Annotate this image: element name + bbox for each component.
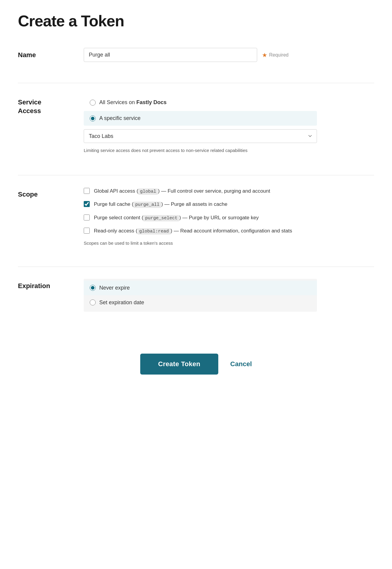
page-title: Create a Token bbox=[18, 12, 374, 30]
required-star-icon: ★ bbox=[262, 51, 267, 59]
divider-1 bbox=[18, 83, 374, 83]
never-expire-label[interactable]: Never expire bbox=[99, 285, 130, 291]
scope-purge-select-label[interactable]: Purge select content (purge_select) — Pu… bbox=[94, 214, 259, 222]
scope-global-label[interactable]: Global API access (global) — Full contro… bbox=[94, 187, 270, 195]
expiration-options: Never expire Set expiration date bbox=[84, 279, 317, 312]
all-services-option[interactable]: All Services on Fastly Docs bbox=[84, 95, 317, 110]
scope-purge-all-label[interactable]: Purge full cache (purge_all) — Purge all… bbox=[94, 200, 227, 209]
scope-purge-all-code: purge_all bbox=[133, 202, 161, 208]
all-services-radio[interactable] bbox=[90, 100, 96, 106]
scope-global-read-label[interactable]: Read-only access (global:read) — Read ac… bbox=[94, 227, 292, 235]
scope-global-code: global bbox=[138, 188, 158, 195]
account-name: Fastly Docs bbox=[136, 99, 167, 105]
expiration-label: Expiration bbox=[18, 279, 84, 290]
scope-purge-select-checkbox[interactable] bbox=[84, 214, 90, 220]
cancel-button[interactable]: Cancel bbox=[230, 360, 252, 368]
scope-global-checkbox[interactable] bbox=[84, 188, 90, 194]
scope-global-read-code: global:read bbox=[138, 228, 171, 235]
never-expire-radio[interactable] bbox=[90, 285, 96, 291]
set-expiration-option[interactable]: Set expiration date bbox=[84, 295, 317, 310]
required-text: Required bbox=[269, 52, 289, 58]
all-services-label[interactable]: All Services on Fastly Docs bbox=[99, 99, 167, 106]
set-expiration-radio[interactable] bbox=[90, 299, 96, 305]
create-token-button[interactable]: Create Token bbox=[140, 354, 218, 375]
scope-section: Scope Global API access (global) — Full … bbox=[18, 187, 374, 252]
scope-global-read-option[interactable]: Read-only access (global:read) — Read ac… bbox=[84, 227, 317, 235]
scope-purge-all-option[interactable]: Purge full cache (purge_all) — Purge all… bbox=[84, 200, 317, 209]
service-access-hint: Limiting service access does not prevent… bbox=[84, 147, 317, 154]
required-label: ★ Required bbox=[262, 51, 289, 59]
form-footer: Create Token Cancel bbox=[18, 342, 374, 375]
divider-2 bbox=[18, 175, 374, 175]
service-access-content: All Services on Fastly Docs A specific s… bbox=[84, 95, 317, 154]
scope-purge-all-checkbox[interactable] bbox=[84, 201, 90, 207]
set-expiration-label[interactable]: Set expiration date bbox=[99, 299, 144, 306]
specific-service-radio[interactable] bbox=[90, 115, 96, 121]
expiration-content: Never expire Set expiration date bbox=[84, 279, 317, 312]
scope-content: Global API access (global) — Full contro… bbox=[84, 187, 317, 246]
scope-hint: Scopes can be used to limit a token's ac… bbox=[84, 241, 317, 246]
scope-global-option[interactable]: Global API access (global) — Full contro… bbox=[84, 187, 317, 195]
service-dropdown[interactable]: Taco Labs bbox=[84, 129, 317, 143]
divider-3 bbox=[18, 267, 374, 267]
service-access-label: ServiceAccess bbox=[18, 95, 84, 115]
name-section: Name ★ Required bbox=[18, 48, 374, 68]
never-expire-option[interactable]: Never expire bbox=[84, 281, 317, 295]
name-row: ★ Required bbox=[84, 48, 317, 62]
name-field-content: ★ Required bbox=[84, 48, 317, 62]
name-input[interactable] bbox=[84, 48, 257, 62]
specific-service-option[interactable]: A specific service bbox=[84, 111, 317, 126]
scope-purge-select-option[interactable]: Purge select content (purge_select) — Pu… bbox=[84, 214, 317, 222]
service-access-section: ServiceAccess All Services on Fastly Doc… bbox=[18, 95, 374, 160]
scope-label: Scope bbox=[18, 187, 84, 199]
expiration-section: Expiration Never expire Set expiration d… bbox=[18, 279, 374, 318]
name-label: Name bbox=[18, 48, 84, 60]
scope-purge-select-code: purge_select bbox=[143, 215, 179, 221]
specific-service-label[interactable]: A specific service bbox=[99, 115, 141, 121]
scope-global-read-checkbox[interactable] bbox=[84, 228, 90, 234]
